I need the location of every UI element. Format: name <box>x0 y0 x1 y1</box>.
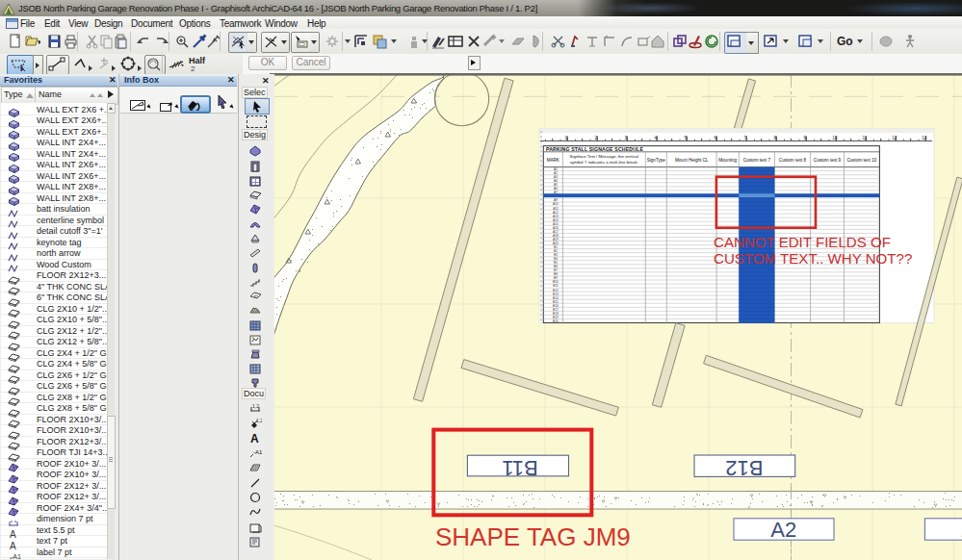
svg-text:9: 9 <box>804 136 807 140</box>
svg-text:12: 12 <box>892 136 897 140</box>
svg-text:SignType: SignType <box>647 158 666 163</box>
svg-text:B12: B12 <box>725 456 763 480</box>
svg-text:2: 2 <box>595 136 598 140</box>
svg-text:Mount Height CL: Mount Height CL <box>675 158 709 163</box>
svg-text:5: 5 <box>685 136 688 140</box>
svg-text:4: 4 <box>655 136 658 140</box>
svg-text:10: 10 <box>832 136 838 140</box>
svg-text:8: 8 <box>774 136 777 140</box>
svg-text:-A1: -A1 <box>11 553 21 559</box>
svg-text:B20: B20 <box>553 319 559 323</box>
svg-text:6: 6 <box>715 136 717 140</box>
svg-text:B11: B11 <box>502 456 538 480</box>
svg-text:Mounting: Mounting <box>718 158 737 163</box>
svg-text:13: 13 <box>922 136 927 140</box>
svg-text:Custom text 7: Custom text 7 <box>743 158 771 163</box>
svg-text:7: 7 <box>744 136 747 140</box>
svg-text:CANNOT EDIT FIELDS OF: CANNOT EDIT FIELDS OF <box>714 234 891 250</box>
svg-text:Signface Text / Message, the v: Signface Text / Message, the vertical <box>570 154 638 159</box>
svg-text:1,2: 1,2 <box>252 403 259 409</box>
svg-text:Custom text 8: Custom text 8 <box>779 158 807 163</box>
svg-text:A2: A2 <box>770 518 796 542</box>
svg-text:SHAPE TAG JM9: SHAPE TAG JM9 <box>435 522 631 551</box>
svg-text:1: 1 <box>565 136 568 140</box>
svg-text:CUSTOM TEXT.. WHY NOT??: CUSTOM TEXT.. WHY NOT?? <box>714 250 912 267</box>
svg-text:Custom text 10: Custom text 10 <box>846 158 876 163</box>
svg-text:Custom text 9: Custom text 9 <box>814 158 842 163</box>
svg-text:3: 3 <box>625 136 628 140</box>
svg-text:PARKING STALL SIGNAGE SCHEDULE: PARKING STALL SIGNAGE SCHEDULE <box>546 146 643 152</box>
svg-text:MARK: MARK <box>547 158 560 163</box>
svg-text:A: A <box>250 432 259 444</box>
svg-text:1,2: 1,2 <box>256 418 262 423</box>
svg-text:11: 11 <box>863 136 868 140</box>
svg-text:-A1: -A1 <box>253 449 262 455</box>
svg-text:symbol 'l' indicates a mult-li: symbol 'l' indicates a mult-line break. <box>570 160 638 165</box>
